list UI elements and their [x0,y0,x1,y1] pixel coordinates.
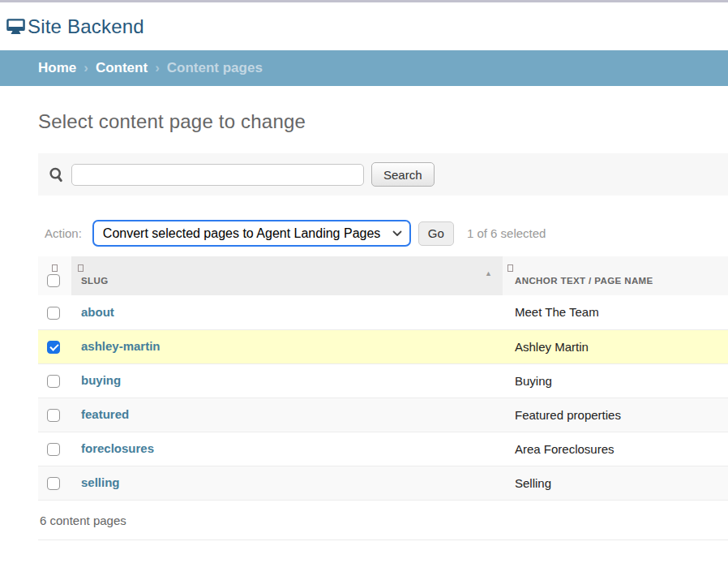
breadcrumb-separator: › [84,60,88,76]
search-input[interactable] [71,164,364,186]
anchor-text: Ashley Martin [503,329,728,363]
row-checkbox[interactable] [47,443,60,456]
slug-link[interactable]: foreclosures [81,441,154,455]
slug-link[interactable]: about [81,305,114,319]
search-icon [49,166,64,183]
empty-square-icon [52,264,58,272]
table-row: buying Buying [38,363,728,398]
action-select[interactable]: Convert selected pages to Agent Landing … [92,220,411,247]
branding-header: Site Backend [0,2,728,50]
slug-link[interactable]: selling [81,475,120,489]
table-row: featured Featured properties [38,398,728,432]
row-checkbox[interactable] [47,375,60,388]
slug-link[interactable]: buying [81,373,121,387]
sort-ascending-icon: ▲ [485,270,492,277]
breadcrumb-content-link[interactable]: Content [96,60,148,76]
search-bar: Search [38,153,728,196]
select-all-checkbox[interactable] [47,274,60,287]
empty-square-icon [78,264,84,272]
site-title-link[interactable]: Site Backend [28,15,144,38]
row-checkbox[interactable] [47,307,60,320]
action-label: Action: [45,226,82,240]
table-row: foreclosures Area Foreclosures [38,432,728,466]
row-checkbox[interactable] [47,341,60,354]
anchor-text: Area Foreclosures [503,432,728,466]
search-button[interactable]: Search [371,162,435,187]
column-header-slug[interactable]: SLUG ▲ [71,256,503,295]
breadcrumb: Home › Content › Content pages [0,50,728,86]
anchor-text: Featured properties [503,398,728,432]
selection-counter: 1 of 6 selected [467,226,546,240]
table-header-row: SLUG ▲ ANCHOR TEXT / PAGE NAME [38,256,728,295]
content-pages-table: SLUG ▲ ANCHOR TEXT / PAGE NAME about Mee… [38,256,728,501]
page-title: Select content page to change [38,110,728,133]
result-count: 6 content pages [38,501,728,540]
row-checkbox[interactable] [47,409,60,422]
actions-row: Action: Convert selected pages to Agent … [45,220,728,247]
slug-link[interactable]: featured [81,407,129,421]
anchor-text: Selling [503,466,728,500]
table-row: ashley-martin Ashley Martin [38,329,728,363]
monitor-icon [6,18,25,36]
select-all-column-header [38,256,71,295]
row-checkbox[interactable] [47,477,60,490]
breadcrumb-separator: › [155,60,160,76]
table-row: about Meet The Team [38,295,728,329]
anchor-text: Buying [503,363,728,398]
anchor-text: Meet The Team [503,295,728,329]
table-body: about Meet The Team ashley-martin Ashley… [38,295,728,500]
slug-link[interactable]: ashley-martin [81,339,161,353]
table-row: selling Selling [38,466,728,500]
empty-square-icon [507,264,513,272]
go-button[interactable]: Go [418,221,454,246]
breadcrumb-home-link[interactable]: Home [38,60,76,76]
column-header-anchor-text[interactable]: ANCHOR TEXT / PAGE NAME [503,256,728,295]
action-select-wrap: Convert selected pages to Agent Landing … [92,220,411,247]
breadcrumb-current: Content pages [167,60,263,76]
